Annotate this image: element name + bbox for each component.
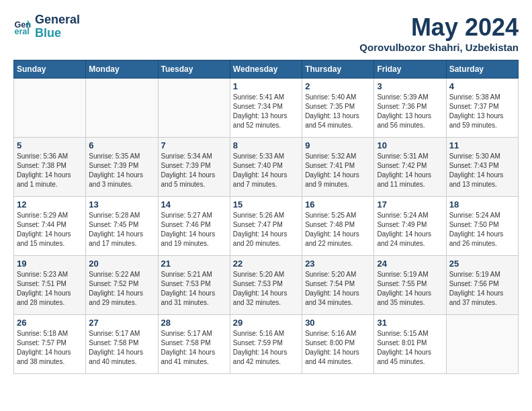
cell-info: Sunrise: 5:26 AM Sunset: 7:47 PM Dayligh… (233, 211, 299, 248)
cell-info: Sunrise: 5:34 AM Sunset: 7:39 PM Dayligh… (161, 152, 227, 189)
calendar-cell: 12Sunrise: 5:29 AM Sunset: 7:44 PM Dayli… (14, 197, 86, 256)
week-row-1: 5Sunrise: 5:36 AM Sunset: 7:38 PM Daylig… (14, 138, 519, 197)
day-number: 12 (17, 199, 83, 210)
calendar-cell: 21Sunrise: 5:21 AM Sunset: 7:53 PM Dayli… (158, 256, 230, 315)
day-number: 14 (161, 199, 227, 210)
header-cell-tuesday: Tuesday (158, 60, 230, 79)
day-number: 11 (449, 140, 515, 150)
cell-info: Sunrise: 5:31 AM Sunset: 7:42 PM Dayligh… (377, 152, 443, 189)
calendar-cell: 6Sunrise: 5:35 AM Sunset: 7:39 PM Daylig… (86, 138, 158, 197)
day-number: 19 (17, 259, 83, 269)
day-number: 18 (449, 199, 515, 210)
calendar-cell: 10Sunrise: 5:31 AM Sunset: 7:42 PM Dayli… (374, 138, 446, 197)
calendar-cell: 8Sunrise: 5:33 AM Sunset: 7:40 PM Daylig… (230, 138, 302, 197)
cell-info: Sunrise: 5:24 AM Sunset: 7:50 PM Dayligh… (449, 211, 515, 248)
cell-info: Sunrise: 5:36 AM Sunset: 7:38 PM Dayligh… (17, 152, 83, 189)
calendar-cell (86, 79, 158, 138)
cell-info: Sunrise: 5:24 AM Sunset: 7:49 PM Dayligh… (377, 211, 443, 248)
cell-info: Sunrise: 5:28 AM Sunset: 7:45 PM Dayligh… (89, 211, 154, 248)
calendar-cell: 27Sunrise: 5:17 AM Sunset: 7:58 PM Dayli… (86, 315, 158, 374)
cell-info: Sunrise: 5:16 AM Sunset: 7:59 PM Dayligh… (233, 329, 299, 367)
day-number: 30 (305, 318, 371, 328)
day-number: 7 (161, 140, 227, 150)
day-number: 2 (305, 81, 371, 91)
cell-info: Sunrise: 5:30 AM Sunset: 7:43 PM Dayligh… (449, 152, 515, 189)
day-number: 29 (233, 318, 299, 328)
logo-icon: Gen eral (13, 17, 32, 36)
cell-info: Sunrise: 5:19 AM Sunset: 7:56 PM Dayligh… (449, 270, 515, 308)
calendar-header: SundayMondayTuesdayWednesdayThursdayFrid… (14, 60, 519, 79)
cell-info: Sunrise: 5:20 AM Sunset: 7:54 PM Dayligh… (305, 270, 371, 308)
day-number: 9 (305, 140, 371, 150)
page-header: Gen eral General Blue May 2024 Qorovulbo… (13, 13, 519, 53)
day-number: 23 (305, 259, 371, 269)
cell-info: Sunrise: 5:25 AM Sunset: 7:48 PM Dayligh… (305, 211, 371, 248)
cell-info: Sunrise: 5:21 AM Sunset: 7:53 PM Dayligh… (161, 270, 227, 308)
calendar-cell: 22Sunrise: 5:20 AM Sunset: 7:53 PM Dayli… (230, 256, 302, 315)
calendar-cell: 18Sunrise: 5:24 AM Sunset: 7:50 PM Dayli… (446, 197, 518, 256)
day-number: 26 (17, 318, 83, 328)
svg-text:eral: eral (14, 27, 29, 36)
cell-info: Sunrise: 5:16 AM Sunset: 8:00 PM Dayligh… (305, 329, 371, 367)
cell-info: Sunrise: 5:20 AM Sunset: 7:53 PM Dayligh… (233, 270, 299, 308)
cell-info: Sunrise: 5:27 AM Sunset: 7:46 PM Dayligh… (161, 211, 227, 248)
calendar-body: 1Sunrise: 5:41 AM Sunset: 7:34 PM Daylig… (14, 79, 519, 374)
day-number: 22 (233, 259, 299, 269)
calendar-cell: 30Sunrise: 5:16 AM Sunset: 8:00 PM Dayli… (302, 315, 374, 374)
day-number: 25 (449, 259, 515, 269)
calendar-cell: 24Sunrise: 5:19 AM Sunset: 7:55 PM Dayli… (374, 256, 446, 315)
day-number: 31 (377, 318, 443, 328)
cell-info: Sunrise: 5:39 AM Sunset: 7:36 PM Dayligh… (377, 93, 443, 130)
day-number: 4 (449, 81, 515, 91)
day-number: 3 (377, 81, 443, 91)
calendar-cell: 15Sunrise: 5:26 AM Sunset: 7:47 PM Dayli… (230, 197, 302, 256)
calendar-cell: 13Sunrise: 5:28 AM Sunset: 7:45 PM Dayli… (86, 197, 158, 256)
header-cell-sunday: Sunday (14, 60, 86, 79)
day-number: 24 (377, 259, 443, 269)
calendar-cell: 23Sunrise: 5:20 AM Sunset: 7:54 PM Dayli… (302, 256, 374, 315)
week-row-4: 26Sunrise: 5:18 AM Sunset: 7:57 PM Dayli… (14, 315, 519, 374)
cell-info: Sunrise: 5:38 AM Sunset: 7:37 PM Dayligh… (449, 93, 515, 130)
header-cell-thursday: Thursday (302, 60, 374, 79)
calendar-cell: 5Sunrise: 5:36 AM Sunset: 7:38 PM Daylig… (14, 138, 86, 197)
calendar-cell: 17Sunrise: 5:24 AM Sunset: 7:49 PM Dayli… (374, 197, 446, 256)
title-block: May 2024 Qorovulbozor Shahri, Uzbekistan (359, 13, 519, 53)
cell-info: Sunrise: 5:32 AM Sunset: 7:41 PM Dayligh… (305, 152, 371, 189)
cell-info: Sunrise: 5:41 AM Sunset: 7:34 PM Dayligh… (233, 93, 299, 130)
logo-line1: General (35, 13, 80, 27)
header-row: SundayMondayTuesdayWednesdayThursdayFrid… (14, 60, 519, 79)
day-number: 15 (233, 199, 299, 210)
cell-info: Sunrise: 5:15 AM Sunset: 8:01 PM Dayligh… (377, 329, 443, 367)
calendar-cell: 16Sunrise: 5:25 AM Sunset: 7:48 PM Dayli… (302, 197, 374, 256)
week-row-2: 12Sunrise: 5:29 AM Sunset: 7:44 PM Dayli… (14, 197, 519, 256)
day-number: 8 (233, 140, 299, 150)
cell-info: Sunrise: 5:29 AM Sunset: 7:44 PM Dayligh… (17, 211, 83, 248)
cell-info: Sunrise: 5:19 AM Sunset: 7:55 PM Dayligh… (377, 270, 443, 308)
cell-info: Sunrise: 5:22 AM Sunset: 7:52 PM Dayligh… (89, 270, 154, 308)
cell-info: Sunrise: 5:17 AM Sunset: 7:58 PM Dayligh… (161, 329, 227, 367)
header-cell-monday: Monday (86, 60, 158, 79)
day-number: 21 (161, 259, 227, 269)
day-number: 17 (377, 199, 443, 210)
calendar-cell: 25Sunrise: 5:19 AM Sunset: 7:56 PM Dayli… (446, 256, 518, 315)
day-number: 16 (305, 199, 371, 210)
location: Qorovulbozor Shahri, Uzbekistan (359, 42, 519, 53)
cell-info: Sunrise: 5:17 AM Sunset: 7:58 PM Dayligh… (89, 329, 154, 367)
calendar-cell: 1Sunrise: 5:41 AM Sunset: 7:34 PM Daylig… (230, 79, 302, 138)
day-number: 13 (89, 199, 154, 210)
week-row-3: 19Sunrise: 5:23 AM Sunset: 7:51 PM Dayli… (14, 256, 519, 315)
cell-info: Sunrise: 5:40 AM Sunset: 7:35 PM Dayligh… (305, 93, 371, 130)
calendar-cell: 11Sunrise: 5:30 AM Sunset: 7:43 PM Dayli… (446, 138, 518, 197)
cell-info: Sunrise: 5:35 AM Sunset: 7:39 PM Dayligh… (89, 152, 154, 189)
day-number: 10 (377, 140, 443, 150)
day-number: 20 (89, 259, 154, 269)
calendar-cell: 4Sunrise: 5:38 AM Sunset: 7:37 PM Daylig… (446, 79, 518, 138)
calendar-cell: 20Sunrise: 5:22 AM Sunset: 7:52 PM Dayli… (86, 256, 158, 315)
cell-info: Sunrise: 5:33 AM Sunset: 7:40 PM Dayligh… (233, 152, 299, 189)
calendar-table: SundayMondayTuesdayWednesdayThursdayFrid… (13, 60, 519, 374)
calendar-cell: 28Sunrise: 5:17 AM Sunset: 7:58 PM Dayli… (158, 315, 230, 374)
week-row-0: 1Sunrise: 5:41 AM Sunset: 7:34 PM Daylig… (14, 79, 519, 138)
calendar-cell: 29Sunrise: 5:16 AM Sunset: 7:59 PM Dayli… (230, 315, 302, 374)
calendar-cell (14, 79, 86, 138)
cell-info: Sunrise: 5:23 AM Sunset: 7:51 PM Dayligh… (17, 270, 83, 308)
